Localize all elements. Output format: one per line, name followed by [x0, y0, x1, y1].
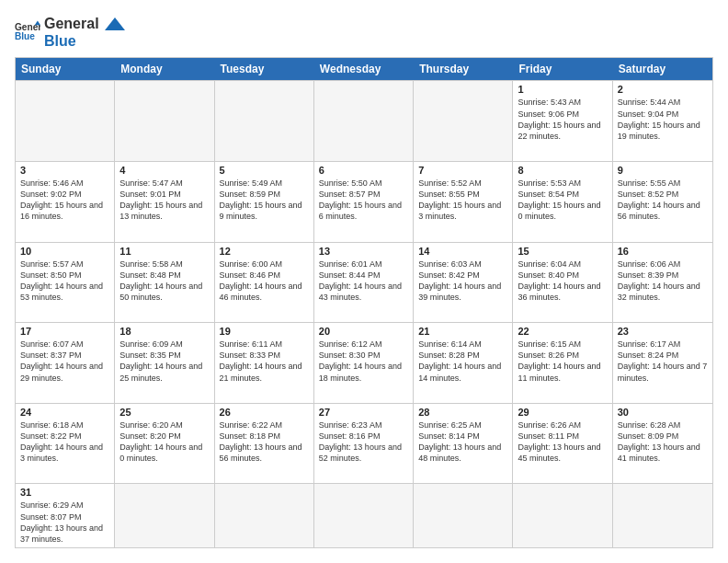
day-info: Sunrise: 5:53 AM Sunset: 8:54 PM Dayligh… — [518, 178, 607, 223]
day-info: Sunrise: 6:22 AM Sunset: 8:18 PM Dayligh… — [220, 419, 309, 465]
weekday-header-friday: Friday — [513, 58, 612, 80]
day-number: 14 — [418, 246, 507, 257]
calendar-body: 1Sunrise: 5:43 AM Sunset: 9:06 PM Daylig… — [16, 80, 712, 547]
weekday-header-wednesday: Wednesday — [314, 58, 414, 80]
calendar-cell-1-6: 9Sunrise: 5:55 AM Sunset: 8:52 PM Daylig… — [613, 162, 712, 242]
day-info: Sunrise: 6:18 AM Sunset: 8:22 PM Dayligh… — [20, 419, 109, 465]
calendar-cell-2-6: 16Sunrise: 6:06 AM Sunset: 8:39 PM Dayli… — [613, 243, 712, 323]
day-info: Sunrise: 6:07 AM Sunset: 8:37 PM Dayligh… — [20, 339, 109, 384]
day-number: 24 — [20, 407, 109, 418]
calendar-cell-0-1 — [115, 81, 214, 161]
calendar-cell-3-5: 22Sunrise: 6:15 AM Sunset: 8:26 PM Dayli… — [513, 323, 612, 403]
day-number: 12 — [220, 246, 309, 257]
day-number: 6 — [319, 165, 408, 176]
day-number: 29 — [518, 407, 607, 418]
calendar-row-3: 17Sunrise: 6:07 AM Sunset: 8:37 PM Dayli… — [16, 322, 712, 403]
calendar-cell-1-4: 7Sunrise: 5:52 AM Sunset: 8:55 PM Daylig… — [414, 162, 513, 242]
day-number: 16 — [618, 246, 708, 257]
day-info: Sunrise: 6:06 AM Sunset: 8:39 PM Dayligh… — [618, 259, 708, 304]
day-number: 1 — [518, 84, 607, 95]
calendar-cell-4-1: 25Sunrise: 6:20 AM Sunset: 8:20 PM Dayli… — [115, 404, 214, 484]
calendar-cell-2-3: 13Sunrise: 6:01 AM Sunset: 8:44 PM Dayli… — [314, 243, 414, 323]
calendar-cell-1-5: 8Sunrise: 5:53 AM Sunset: 8:54 PM Daylig… — [513, 162, 612, 242]
day-info: Sunrise: 6:09 AM Sunset: 8:35 PM Dayligh… — [119, 339, 209, 384]
day-info: Sunrise: 6:26 AM Sunset: 8:11 PM Dayligh… — [518, 419, 607, 465]
calendar-cell-5-0: 31Sunrise: 6:29 AM Sunset: 8:07 PM Dayli… — [16, 484, 115, 547]
logo: General Blue General Blue — [15, 15, 125, 50]
calendar-cell-3-0: 17Sunrise: 6:07 AM Sunset: 8:37 PM Dayli… — [16, 323, 115, 403]
calendar-cell-5-6 — [613, 484, 712, 547]
calendar-cell-0-2 — [215, 81, 314, 161]
weekday-header-thursday: Thursday — [414, 58, 513, 80]
day-info: Sunrise: 6:11 AM Sunset: 8:33 PM Dayligh… — [220, 339, 309, 384]
day-info: Sunrise: 5:57 AM Sunset: 8:50 PM Dayligh… — [20, 259, 109, 304]
day-number: 20 — [319, 326, 408, 337]
day-number: 3 — [20, 165, 109, 176]
calendar: SundayMondayTuesdayWednesdayThursdayFrid… — [15, 57, 713, 548]
day-number: 30 — [618, 407, 708, 418]
calendar-cell-2-4: 14Sunrise: 6:03 AM Sunset: 8:42 PM Dayli… — [414, 243, 513, 323]
day-number: 5 — [220, 165, 309, 176]
day-info: Sunrise: 5:47 AM Sunset: 9:01 PM Dayligh… — [119, 178, 209, 223]
calendar-cell-5-4 — [414, 484, 513, 547]
weekday-header-sunday: Sunday — [16, 58, 115, 80]
day-number: 26 — [220, 407, 309, 418]
calendar-row-5: 31Sunrise: 6:29 AM Sunset: 8:07 PM Dayli… — [16, 483, 712, 547]
day-info: Sunrise: 6:28 AM Sunset: 8:09 PM Dayligh… — [618, 419, 708, 465]
calendar-cell-5-1 — [115, 484, 214, 547]
day-info: Sunrise: 5:46 AM Sunset: 9:02 PM Dayligh… — [20, 178, 109, 223]
day-number: 17 — [20, 326, 109, 337]
calendar-cell-3-1: 18Sunrise: 6:09 AM Sunset: 8:35 PM Dayli… — [115, 323, 214, 403]
day-number: 28 — [418, 407, 507, 418]
day-number: 13 — [319, 246, 408, 257]
day-number: 2 — [618, 84, 708, 95]
day-info: Sunrise: 5:50 AM Sunset: 8:57 PM Dayligh… — [319, 178, 408, 223]
day-number: 11 — [119, 246, 209, 257]
calendar-header-row: SundayMondayTuesdayWednesdayThursdayFrid… — [16, 58, 712, 80]
calendar-cell-1-1: 4Sunrise: 5:47 AM Sunset: 9:01 PM Daylig… — [115, 162, 214, 242]
calendar-cell-2-1: 11Sunrise: 5:58 AM Sunset: 8:48 PM Dayli… — [115, 243, 214, 323]
weekday-header-tuesday: Tuesday — [215, 58, 314, 80]
calendar-row-1: 3Sunrise: 5:46 AM Sunset: 9:02 PM Daylig… — [16, 161, 712, 242]
day-number: 8 — [518, 165, 607, 176]
weekday-header-monday: Monday — [115, 58, 214, 80]
calendar-cell-1-0: 3Sunrise: 5:46 AM Sunset: 9:02 PM Daylig… — [16, 162, 115, 242]
day-info: Sunrise: 6:14 AM Sunset: 8:28 PM Dayligh… — [418, 339, 507, 384]
day-info: Sunrise: 6:04 AM Sunset: 8:40 PM Dayligh… — [518, 259, 607, 304]
generalblue-logo-icon: General Blue — [15, 19, 40, 45]
day-info: Sunrise: 5:43 AM Sunset: 9:06 PM Dayligh… — [518, 97, 607, 142]
day-info: Sunrise: 6:23 AM Sunset: 8:16 PM Dayligh… — [319, 419, 408, 465]
calendar-cell-3-6: 23Sunrise: 6:17 AM Sunset: 8:24 PM Dayli… — [613, 323, 712, 403]
calendar-row-4: 24Sunrise: 6:18 AM Sunset: 8:22 PM Dayli… — [16, 403, 712, 484]
svg-marker-3 — [105, 17, 125, 30]
svg-text:Blue: Blue — [15, 31, 35, 41]
calendar-cell-2-5: 15Sunrise: 6:04 AM Sunset: 8:40 PM Dayli… — [513, 243, 612, 323]
day-number: 9 — [618, 165, 708, 176]
logo-blue-text: Blue — [44, 32, 99, 50]
calendar-cell-2-0: 10Sunrise: 5:57 AM Sunset: 8:50 PM Dayli… — [16, 243, 115, 323]
day-number: 18 — [119, 326, 209, 337]
calendar-cell-4-4: 28Sunrise: 6:25 AM Sunset: 8:14 PM Dayli… — [414, 404, 513, 484]
day-info: Sunrise: 6:15 AM Sunset: 8:26 PM Dayligh… — [518, 339, 607, 384]
day-number: 22 — [518, 326, 607, 337]
calendar-cell-4-0: 24Sunrise: 6:18 AM Sunset: 8:22 PM Dayli… — [16, 404, 115, 484]
day-number: 25 — [119, 407, 209, 418]
calendar-cell-0-3 — [314, 81, 414, 161]
logo-general-text: General — [44, 15, 99, 32]
day-number: 10 — [20, 246, 109, 257]
day-number: 4 — [119, 165, 209, 176]
calendar-row-0: 1Sunrise: 5:43 AM Sunset: 9:06 PM Daylig… — [16, 80, 712, 161]
day-number: 27 — [319, 407, 408, 418]
logo-triangle-icon — [105, 17, 125, 38]
day-info: Sunrise: 5:58 AM Sunset: 8:48 PM Dayligh… — [119, 259, 209, 304]
day-number: 15 — [518, 246, 607, 257]
day-info: Sunrise: 6:00 AM Sunset: 8:46 PM Dayligh… — [220, 259, 309, 304]
calendar-cell-5-5 — [513, 484, 612, 547]
calendar-row-2: 10Sunrise: 5:57 AM Sunset: 8:50 PM Dayli… — [16, 242, 712, 323]
day-info: Sunrise: 5:44 AM Sunset: 9:04 PM Dayligh… — [618, 97, 708, 142]
calendar-cell-1-2: 5Sunrise: 5:49 AM Sunset: 8:59 PM Daylig… — [215, 162, 314, 242]
calendar-cell-1-3: 6Sunrise: 5:50 AM Sunset: 8:57 PM Daylig… — [314, 162, 414, 242]
calendar-cell-4-3: 27Sunrise: 6:23 AM Sunset: 8:16 PM Dayli… — [314, 404, 414, 484]
day-number: 31 — [20, 487, 109, 498]
calendar-cell-4-6: 30Sunrise: 6:28 AM Sunset: 8:09 PM Dayli… — [613, 404, 712, 484]
